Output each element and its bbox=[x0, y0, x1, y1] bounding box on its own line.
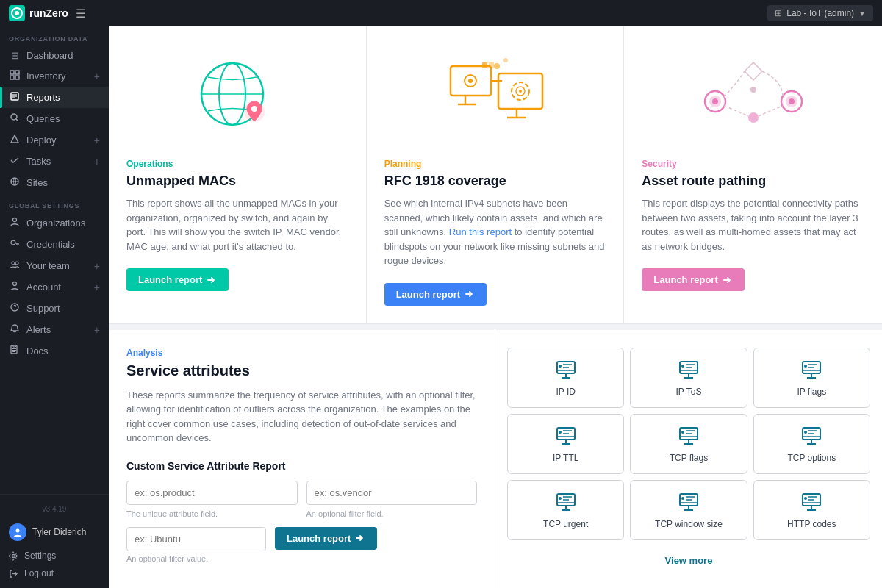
card-illustration-network bbox=[384, 44, 606, 147]
attribute-field-input[interactable] bbox=[126, 481, 298, 505]
view-more-link[interactable]: View more bbox=[507, 546, 870, 575]
alerts-icon bbox=[9, 323, 21, 336]
attr-card-ip-ttl[interactable]: IP TTL bbox=[507, 414, 624, 474]
tasks-icon bbox=[9, 155, 21, 168]
global-section-label: GLOBAL SETTINGS bbox=[0, 193, 109, 212]
sidebar-user[interactable]: Tyler Diderich bbox=[0, 517, 109, 547]
svg-rect-46 bbox=[482, 62, 487, 68]
svg-point-21 bbox=[15, 262, 18, 265]
sidebar-item-deploy[interactable]: Deploy + bbox=[0, 129, 109, 151]
sidebar-label: Tasks bbox=[26, 156, 88, 167]
avatar bbox=[9, 523, 26, 541]
run-report-link[interactable]: Run this report bbox=[449, 226, 512, 237]
version-label: v3.4.19 bbox=[0, 501, 109, 517]
attribute-grid: IP ID IP ToS IP flags IP TTL bbox=[507, 342, 870, 546]
form-row-1 bbox=[126, 481, 477, 505]
sidebar-item-your-team[interactable]: Your team + bbox=[0, 255, 109, 276]
sidebar-item-dashboard[interactable]: ⊞ Dashboard bbox=[0, 46, 109, 65]
tasks-plus-icon[interactable]: + bbox=[94, 156, 100, 168]
svg-point-60 bbox=[712, 98, 718, 104]
attr-card-ip-id[interactable]: IP ID bbox=[507, 348, 624, 408]
alerts-plus-icon[interactable]: + bbox=[94, 324, 100, 336]
svg-point-40 bbox=[251, 106, 257, 112]
team-plus-icon[interactable]: + bbox=[94, 260, 100, 272]
sidebar-item-docs[interactable]: Docs bbox=[0, 340, 109, 362]
sidebar-item-tasks[interactable]: Tasks + bbox=[0, 151, 109, 172]
card-desc: This report displays the potential conne… bbox=[642, 196, 864, 254]
card-desc: See which internal IPv4 subnets have bee… bbox=[384, 196, 606, 268]
svg-point-77 bbox=[681, 365, 684, 368]
svg-point-63 bbox=[789, 98, 795, 104]
launch-label: Launch report bbox=[396, 289, 460, 300]
filter-value-input[interactable] bbox=[126, 527, 266, 551]
sidebar-item-support[interactable]: Support bbox=[0, 298, 109, 319]
deploy-plus-icon[interactable]: + bbox=[94, 135, 100, 146]
logo-icon bbox=[9, 5, 25, 21]
card-desc: This report shows all the unmapped MACs … bbox=[126, 196, 348, 254]
attr-card-tcp-flags[interactable]: TCP flags bbox=[630, 414, 747, 474]
attr-icon-tcp-urgent bbox=[554, 491, 578, 514]
launch-report-button-route[interactable]: Launch report bbox=[642, 268, 744, 291]
attr-label-ip-ttl: IP TTL bbox=[553, 453, 579, 463]
launch-label: Launch report bbox=[138, 274, 202, 285]
account-plus-icon[interactable]: + bbox=[94, 282, 100, 293]
sidebar-item-alerts[interactable]: Alerts + bbox=[0, 319, 109, 340]
svg-rect-2 bbox=[10, 71, 14, 74]
attr-label-ip-flags: IP flags bbox=[797, 387, 826, 397]
sidebar-item-reports[interactable]: Reports bbox=[0, 87, 109, 108]
sidebar-item-queries[interactable]: Queries bbox=[0, 108, 109, 129]
launch-report-button-unmapped[interactable]: Launch report bbox=[126, 268, 229, 291]
sidebar-item-organizations[interactable]: Organizations bbox=[0, 212, 109, 234]
sidebar-item-logout[interactable]: Log out bbox=[0, 564, 109, 582]
attr-icon-ip-tos bbox=[677, 359, 700, 382]
attr-label-tcp-flags: TCP flags bbox=[670, 453, 708, 463]
workspace-icon: ⊞ bbox=[775, 8, 782, 18]
svg-point-1 bbox=[15, 11, 19, 15]
sidebar-item-sites[interactable]: Sites bbox=[0, 172, 109, 193]
sites-icon bbox=[9, 176, 21, 189]
attr-card-tcp-urgent[interactable]: TCP urgent bbox=[507, 480, 624, 540]
svg-point-98 bbox=[681, 431, 684, 434]
docs-icon bbox=[9, 345, 21, 357]
svg-rect-47 bbox=[489, 62, 494, 68]
attr-card-ip-flags[interactable]: IP flags bbox=[753, 348, 870, 408]
sidebar-item-inventory[interactable]: Inventory + bbox=[0, 65, 109, 87]
dashboard-icon: ⊞ bbox=[9, 50, 21, 61]
report-card-rfc1918: Planning RFC 1918 coverage See which int… bbox=[367, 26, 625, 323]
inventory-plus-icon[interactable]: + bbox=[94, 71, 100, 82]
attr-card-ip-tos[interactable]: IP ToS bbox=[630, 348, 747, 408]
workspace-selector[interactable]: ⊞ Lab - IoT (admin) ▼ bbox=[767, 5, 873, 21]
svg-point-55 bbox=[494, 63, 500, 69]
topnav-left: runZero ☰ bbox=[9, 5, 86, 21]
attr-icon-ip-ttl bbox=[554, 425, 578, 448]
sidebar-item-credentials[interactable]: Credentials bbox=[0, 234, 109, 255]
launch-custom-report-button[interactable]: Launch report bbox=[275, 527, 377, 550]
report-card-unmapped-macs: Operations Unmapped MACs This report sho… bbox=[109, 26, 367, 323]
workspace-caret: ▼ bbox=[858, 10, 866, 18]
sidebar-label: Sites bbox=[26, 177, 100, 188]
card-title: RFC 1918 coverage bbox=[384, 173, 606, 189]
svg-point-22 bbox=[13, 282, 17, 286]
attr-label-tcp-urgent: TCP urgent bbox=[543, 519, 588, 529]
attr-card-http-codes[interactable]: HTTP codes bbox=[753, 480, 870, 540]
svg-point-56 bbox=[503, 58, 508, 62]
sidebar-item-settings[interactable]: Settings bbox=[0, 547, 109, 564]
sidebar-item-account[interactable]: Account + bbox=[0, 276, 109, 298]
attr-card-tcp-options[interactable]: TCP options bbox=[753, 414, 870, 474]
sidebar-label: Credentials bbox=[26, 239, 100, 250]
attr-card-tcp-window-size[interactable]: TCP window size bbox=[630, 480, 747, 540]
attr-icon-tcp-options bbox=[800, 425, 823, 448]
organizations-icon bbox=[9, 217, 21, 229]
menu-icon[interactable]: ☰ bbox=[76, 7, 86, 21]
svg-point-119 bbox=[681, 497, 684, 500]
filter-field-input[interactable] bbox=[306, 481, 478, 505]
sidebar-label: Organizations bbox=[26, 218, 100, 229]
attr-label-ip-tos: IP ToS bbox=[676, 387, 702, 397]
field2-hint: An optional filter field. bbox=[306, 509, 478, 518]
attr-icon-ip-flags bbox=[800, 359, 823, 382]
attr-icon-ip-id bbox=[554, 359, 578, 382]
deploy-icon bbox=[9, 134, 21, 146]
svg-rect-4 bbox=[10, 76, 14, 79]
svg-point-64 bbox=[748, 112, 759, 123]
launch-report-button-rfc[interactable]: Launch report bbox=[384, 283, 487, 306]
